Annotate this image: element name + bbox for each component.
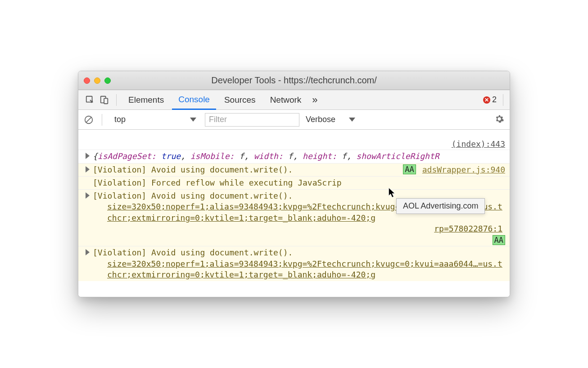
chevron-down-icon [190,118,196,122]
violation-text: [Violation] Avoid using document.write()… [93,248,293,257]
log-row-violation: [Violation] Avoid using document.write()… [78,163,510,176]
settings-icon[interactable] [494,114,504,126]
log-row-object: {isAdPageSet: true, isMobile: f, width: … [78,150,510,163]
expand-icon[interactable] [86,166,90,173]
devtools-window: Developer Tools - https://techcrunch.com… [78,71,510,297]
maximize-icon[interactable] [104,77,111,84]
adparty-badge[interactable]: AA [403,164,416,174]
inspect-icon[interactable] [84,94,96,106]
level-select[interactable]: Verbose [304,115,357,124]
ruler [78,130,510,137]
adparty-badge[interactable]: AA [493,235,505,245]
more-tabs-icon[interactable]: » [309,94,320,106]
tab-sources[interactable]: Sources [218,90,262,110]
error-indicator[interactable]: ✕ 2 [483,95,497,104]
divider [503,94,503,106]
clear-console-icon[interactable] [84,115,94,125]
title-bar: Developer Tools - https://techcrunch.com… [78,71,510,90]
error-icon: ✕ [483,96,490,104]
traffic-lights [84,77,111,84]
tab-console[interactable]: Console [172,90,216,110]
expand-icon[interactable] [86,192,90,199]
window-title: Developer Tools - https://techcrunch.com… [78,75,510,86]
tab-strip: Elements Console Sources Network » ✕ 2 [78,90,510,110]
error-count: 2 [492,95,497,104]
log-row-violation: [Violation] Avoid using document.write()… [78,246,510,281]
device-toggle-icon[interactable] [98,94,111,106]
filter-input[interactable] [205,113,299,127]
violation-text: [Violation] Forced reflow while executin… [93,178,342,187]
tab-elements[interactable]: Elements [122,90,170,110]
context-label: top [114,115,126,124]
svg-line-4 [86,117,92,123]
expand-icon[interactable] [86,249,90,255]
level-label: Verbose [306,115,335,124]
svg-rect-2 [104,98,108,104]
expand-icon[interactable] [86,153,90,159]
minimize-icon[interactable] [94,77,100,84]
source-link-row: (index):443 [78,137,510,150]
divider [116,94,117,106]
tooltip: AOL Advertising.com [396,198,485,214]
violation-text: [Violation] Avoid using document.write()… [93,191,293,200]
context-select[interactable]: top [110,113,200,127]
violation-text: [Violation] Avoid using document.write()… [93,165,293,174]
console-output: (index):443 {isAdPageSet: true, isMobile… [78,137,510,297]
log-row-violation: [Violation] Forced reflow while executin… [78,176,510,189]
chevron-down-icon [349,118,355,122]
tab-network[interactable]: Network [264,90,308,110]
close-icon[interactable] [84,77,90,84]
source-link[interactable]: adsWrapper.js:940 [422,164,505,175]
source-link[interactable]: size=320x50;noperf=1;alias=93484943;kvpg… [107,259,502,279]
console-toolbar: top Verbose [78,110,510,130]
divider [102,114,102,126]
source-link[interactable]: (index):443 [452,139,505,149]
source-link[interactable]: rp=578022876:1 [93,223,505,234]
